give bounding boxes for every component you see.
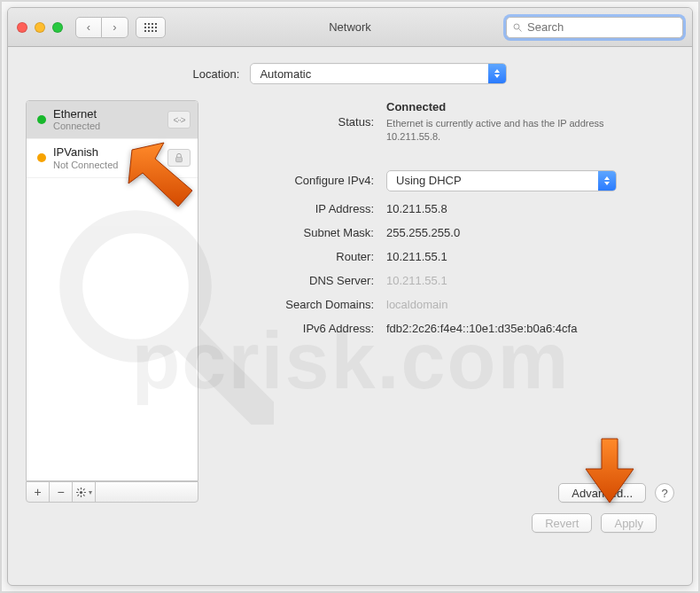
chevron-down-icon: ▾ <box>89 488 92 496</box>
service-name: IPVanish <box>53 145 118 159</box>
add-service-button[interactable]: + <box>27 482 50 502</box>
service-name: Ethernet <box>53 107 100 121</box>
svg-point-3 <box>80 490 82 493</box>
status-description: Ethernet is currently active and has the… <box>386 117 634 144</box>
field-label: DNS Server: <box>214 274 374 287</box>
svg-line-10 <box>77 494 79 495</box>
network-prefs-window: ‹ › Network Location: <box>7 7 693 586</box>
status-dot-icon <box>37 115 46 124</box>
status-label: Status: <box>214 115 374 129</box>
svg-line-1 <box>519 28 522 31</box>
service-list[interactable]: Ethernet Connected <··> IPVanish Not Con… <box>26 100 198 481</box>
sidebar-item-ipvanish[interactable]: IPVanish Not Connected <box>27 139 198 177</box>
subnet-mask-value: 255.255.255.0 <box>386 226 674 239</box>
svg-line-11 <box>83 488 85 490</box>
apply-button[interactable]: Apply <box>601 513 657 533</box>
svg-line-9 <box>83 494 85 495</box>
revert-button[interactable]: Revert <box>532 513 592 533</box>
show-all-prefs-button[interactable] <box>136 17 166 38</box>
window-controls <box>17 22 63 33</box>
location-label: Location: <box>193 67 240 81</box>
location-row: Location: Automatic <box>26 63 674 84</box>
search-domains-value: localdomain <box>386 298 674 311</box>
gear-icon <box>75 487 87 498</box>
configure-ipv4-select-input[interactable]: Using DHCP <box>386 170 617 191</box>
back-button[interactable]: ‹ <box>75 17 102 38</box>
dns-server-value: 10.211.55.1 <box>386 274 674 287</box>
field-label: IPv6 Address: <box>214 322 374 335</box>
service-actions-menu[interactable]: ▾ <box>73 482 96 502</box>
remove-service-button[interactable]: − <box>50 482 73 502</box>
details-pane: Status: Connected Ethernet is currently … <box>214 100 674 503</box>
search-field[interactable] <box>506 17 683 38</box>
advanced-button[interactable]: Advanced... <box>558 483 646 503</box>
svg-rect-2 <box>176 158 183 162</box>
svg-point-0 <box>514 24 519 29</box>
ip-address-value: 10.211.55.8 <box>386 202 674 215</box>
service-state: Not Connected <box>53 160 118 171</box>
forward-button[interactable]: › <box>102 17 128 38</box>
status-value: Connected <box>386 100 674 113</box>
field-label: IP Address: <box>214 202 374 215</box>
field-label: Router: <box>214 250 374 263</box>
location-select[interactable]: Automatic <box>250 63 507 84</box>
configure-ipv4-label: Configure IPv4: <box>214 174 374 187</box>
configure-ipv4-select[interactable]: Using DHCP <box>386 170 617 191</box>
help-button[interactable]: ? <box>655 483 674 503</box>
svg-line-8 <box>77 488 79 490</box>
location-select-input[interactable]: Automatic <box>250 63 507 84</box>
grid-icon <box>144 23 157 32</box>
zoom-icon[interactable] <box>52 22 63 33</box>
service-state: Connected <box>53 121 100 132</box>
router-value: 10.211.55.1 <box>386 250 674 263</box>
vpn-lock-icon <box>167 149 191 167</box>
status-dot-icon <box>37 153 46 162</box>
sidebar-footer: + − ▾ <box>26 481 198 503</box>
field-label: Search Domains: <box>214 298 374 311</box>
field-label: Subnet Mask: <box>214 226 374 239</box>
ethernet-icon: <··> <box>167 111 191 129</box>
ipv6-address-value: fdb2:2c26:f4e4::10e1:d35e:b0a6:4cfa <box>386 322 674 335</box>
titlebar: ‹ › Network <box>8 8 692 47</box>
search-icon <box>512 22 523 33</box>
sidebar-item-ethernet[interactable]: Ethernet Connected <··> <box>27 101 198 139</box>
search-input[interactable] <box>527 20 677 34</box>
minimize-icon[interactable] <box>35 22 45 33</box>
close-icon[interactable] <box>17 22 27 33</box>
